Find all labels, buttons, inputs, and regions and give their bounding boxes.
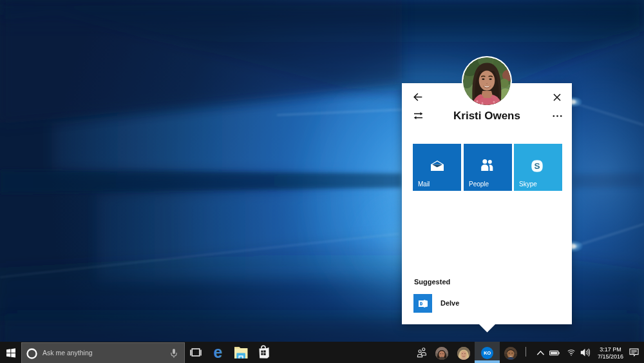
svg-text:S: S [534,161,540,171]
svg-text:e: e [214,343,223,361]
